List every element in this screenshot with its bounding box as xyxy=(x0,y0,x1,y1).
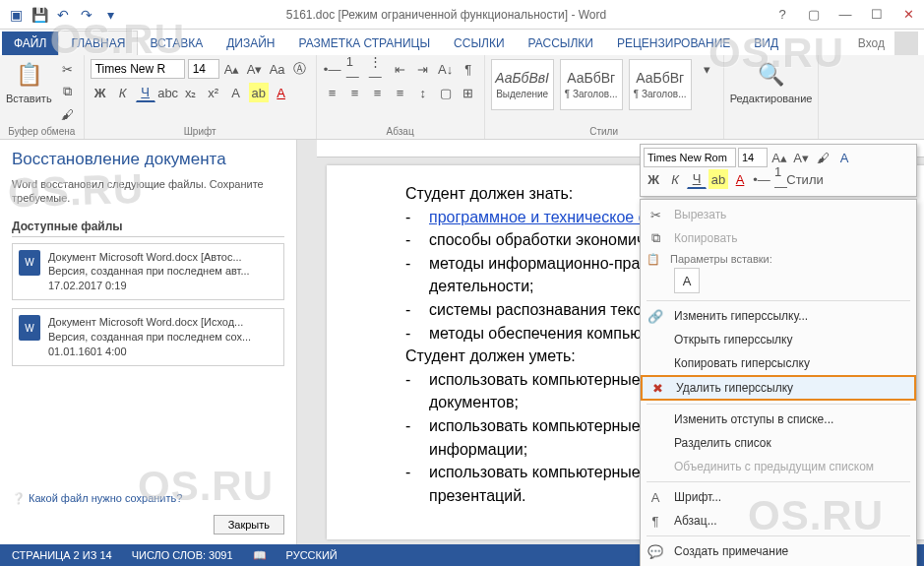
group-styles: АаБбВвІВыделение АаБбВг¶ Заголов... АаБб… xyxy=(485,55,724,139)
superscript-icon[interactable]: x² xyxy=(204,83,223,102)
help-icon[interactable]: ? xyxy=(767,1,798,29)
underline-icon[interactable]: Ч xyxy=(136,83,155,102)
font-size-select[interactable] xyxy=(188,59,219,79)
ribbon-tabs: ФАЙЛ ГЛАВНАЯ ВСТАВКА ДИЗАЙН РАЗМЕТКА СТР… xyxy=(0,30,924,55)
tab-design[interactable]: ДИЗАЙН xyxy=(215,31,286,55)
justify-icon[interactable]: ≡ xyxy=(391,83,410,102)
mini-font-select[interactable] xyxy=(644,148,736,167)
tab-file[interactable]: ФАЙЛ xyxy=(2,31,58,55)
proofing-icon[interactable]: 📖 xyxy=(253,549,267,562)
bold-icon[interactable]: Ж xyxy=(644,169,663,189)
ctx-merge-list: Объединить с предыдущим списком xyxy=(641,455,916,478)
qat-dropdown-icon[interactable]: ▾ xyxy=(102,7,118,23)
editing-label: Редактирование xyxy=(730,93,813,104)
status-page[interactable]: СТРАНИЦА 2 ИЗ 14 xyxy=(12,549,112,561)
clear-format-icon[interactable]: Ⓐ xyxy=(290,59,310,79)
help-link[interactable]: ❔ Какой файл нужно сохранить? xyxy=(12,492,284,505)
multilevel-icon[interactable]: ⋮— xyxy=(368,59,388,79)
show-marks-icon[interactable]: ¶ xyxy=(459,59,478,79)
underline-icon[interactable]: Ч xyxy=(687,169,707,189)
indent-inc-icon[interactable]: ⇥ xyxy=(413,59,433,79)
remove-link-icon: ✖ xyxy=(648,379,666,397)
mini-styles-button[interactable]: Стили xyxy=(795,169,815,189)
grow-font-icon[interactable]: A▴ xyxy=(222,59,242,79)
style-emphasis[interactable]: АаБбВвІВыделение xyxy=(491,59,554,110)
shrink-font-icon[interactable]: A▾ xyxy=(791,148,811,167)
shrink-font-icon[interactable]: A▾ xyxy=(245,59,265,79)
font-name-select[interactable] xyxy=(91,59,185,79)
italic-icon[interactable]: К xyxy=(665,169,685,189)
ctx-font[interactable]: AШрифт... xyxy=(641,485,916,509)
status-words[interactable]: ЧИСЛО СЛОВ: 3091 xyxy=(132,549,233,561)
text-line: использовать компьютерные т xyxy=(429,369,652,391)
tab-layout[interactable]: РАЗМЕТКА СТРАНИЦЫ xyxy=(287,31,443,55)
sort-icon[interactable]: A↓ xyxy=(436,59,456,79)
ctx-comment[interactable]: 💬Создать примечание xyxy=(641,539,916,563)
maximize-icon[interactable]: ☐ xyxy=(861,1,893,29)
status-lang[interactable]: РУССКИЙ xyxy=(286,549,338,561)
paste-button[interactable]: 📋 Вставить xyxy=(6,59,52,104)
highlight-icon[interactable]: ab xyxy=(708,169,728,189)
ribbon: 📋 Вставить ✂ ⧉ 🖌 Буфер обмена A▴ A▾ Aa Ⓐ… xyxy=(0,55,924,140)
text-effects-icon[interactable]: A xyxy=(226,83,246,102)
change-case-icon[interactable]: Aa xyxy=(268,59,287,79)
style-heading2[interactable]: АаБбВг¶ Заголов... xyxy=(629,59,692,110)
copy-icon[interactable]: ⧉ xyxy=(58,82,78,101)
group-styles-label: Стили xyxy=(491,124,717,137)
find-button[interactable]: 🔍 Редактирование xyxy=(730,59,813,104)
ctx-remove-hyperlink[interactable]: ✖Удалить гиперссылку xyxy=(641,375,916,401)
panel-title: Восстановление документа xyxy=(12,150,284,169)
ctx-list-indent[interactable]: Изменить отступы в списке... xyxy=(641,408,916,431)
cut-icon[interactable]: ✂ xyxy=(58,59,78,79)
mini-size-select[interactable] xyxy=(738,148,768,167)
paste-option-text[interactable]: A xyxy=(674,268,700,293)
undo-icon[interactable]: ↶ xyxy=(55,7,71,23)
font-color-icon[interactable]: A xyxy=(730,169,750,189)
font-color-icon[interactable]: A xyxy=(272,83,291,102)
tab-insert[interactable]: ВСТАВКА xyxy=(138,31,215,55)
styles-icon[interactable]: A xyxy=(834,148,854,167)
format-painter-icon[interactable]: 🖌 xyxy=(58,104,78,124)
close-button[interactable]: Закрыть xyxy=(214,515,284,535)
sign-in-link[interactable]: Вход xyxy=(848,31,894,55)
close-icon[interactable]: ✕ xyxy=(893,1,924,29)
bold-icon[interactable]: Ж xyxy=(91,83,110,102)
clipboard-icon: 📋 xyxy=(647,253,660,265)
minimize-icon[interactable]: — xyxy=(830,1,861,29)
ctx-copy-hyperlink[interactable]: Копировать гиперсыслку xyxy=(641,351,916,375)
tab-view[interactable]: ВИД xyxy=(742,31,790,55)
bullets-icon[interactable]: •— xyxy=(323,59,342,79)
align-center-icon[interactable]: ≡ xyxy=(345,83,365,102)
tab-home[interactable]: ГЛАВНАЯ xyxy=(58,31,138,55)
numbering-icon[interactable]: 1— xyxy=(345,59,365,79)
italic-icon[interactable]: К xyxy=(113,83,133,102)
bullets-icon[interactable]: •— xyxy=(752,169,771,189)
ctx-open-hyperlink[interactable]: Открыть гиперссылку xyxy=(641,328,916,351)
ctx-paragraph[interactable]: ¶Абзац... xyxy=(641,509,916,533)
tab-refs[interactable]: ССЫЛКИ xyxy=(442,31,516,55)
highlight-icon[interactable]: ab xyxy=(249,83,269,102)
redo-icon[interactable]: ↷ xyxy=(79,7,94,23)
styles-more-icon[interactable]: ▾ xyxy=(698,59,717,79)
avatar-icon[interactable] xyxy=(894,31,918,55)
context-menu: ✂Вырезать ⧉Копировать 📋Параметры вставки… xyxy=(640,199,917,566)
recovery-item[interactable]: W Документ Microsoft Word.docx [Исход...… xyxy=(12,308,284,366)
subscript-icon[interactable]: x₂ xyxy=(181,83,201,102)
format-painter-icon[interactable]: 🖌 xyxy=(813,148,832,167)
ctx-split-list[interactable]: Разделить список xyxy=(641,431,916,455)
strike-icon[interactable]: abc xyxy=(158,83,178,102)
tab-mail[interactable]: РАССЫЛКИ xyxy=(517,31,605,55)
line-spacing-icon[interactable]: ↕ xyxy=(413,83,433,102)
ribbon-options-icon[interactable]: ▢ xyxy=(798,1,830,29)
style-heading1[interactable]: АаБбВг¶ Заголов... xyxy=(560,59,623,110)
indent-dec-icon[interactable]: ⇤ xyxy=(391,59,410,79)
borders-icon[interactable]: ⊞ xyxy=(459,83,478,102)
tab-review[interactable]: РЕЦЕНЗИРОВАНИЕ xyxy=(605,31,742,55)
align-right-icon[interactable]: ≡ xyxy=(368,83,388,102)
ctx-edit-hyperlink[interactable]: 🔗Изменить гиперссылку... xyxy=(641,304,916,328)
align-left-icon[interactable]: ≡ xyxy=(323,83,342,102)
save-icon[interactable]: 💾 xyxy=(31,7,47,23)
group-editing: 🔍 Редактирование xyxy=(724,55,820,139)
shading-icon[interactable]: ▢ xyxy=(436,83,456,102)
recovery-item[interactable]: W Документ Microsoft Word.docx [Автос...… xyxy=(12,243,284,301)
